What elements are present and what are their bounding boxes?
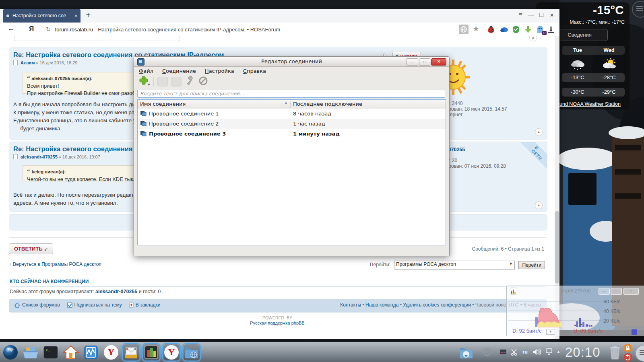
browser-tab[interactable]: Настройка сетевого сое ×: [3, 9, 80, 23]
dialog-minimize-icon[interactable]: —: [406, 58, 418, 66]
subscribe-link[interactable]: Подписаться на тему: [67, 302, 122, 309]
system-stats-icon[interactable]: [143, 344, 159, 360]
extension-ladybug-icon[interactable]: [486, 25, 496, 34]
yandex-logo-icon[interactable]: Я: [29, 25, 34, 33]
jump-row: Перейти: Программы РОСА десктоп ▼ Перейт…: [370, 261, 545, 269]
menu-help[interactable]: Справка: [243, 68, 266, 74]
browser-minimize-icon[interactable]: —: [526, 11, 535, 19]
connection-search-input[interactable]: [137, 90, 445, 98]
power-icon[interactable]: [623, 353, 632, 362]
svg-text:>_: >_: [46, 348, 50, 352]
netmon-download-label: D: 92 байт/с: [512, 328, 541, 334]
sort-icon: ▾: [285, 101, 287, 105]
who-user-link[interactable]: aleksandr-070255: [95, 289, 137, 294]
menu-settings[interactable]: Настройка: [205, 68, 234, 74]
mail-client-icon[interactable]: [123, 344, 139, 360]
who-online-heading: КТО СЕЙЧАС НА КОНФЕРЕНЦИИ: [10, 279, 545, 287]
site-globe-icon[interactable]: [459, 25, 469, 34]
table-row[interactable]: Проводное соединение 18 часов назад: [138, 109, 446, 119]
dialog-titlebar[interactable]: Редактор соединений — □ ×: [134, 57, 449, 67]
settings-gears-icon[interactable]: ⚙: [479, 344, 495, 360]
toolbar-separator: [153, 77, 154, 86]
who-online-text: Сейчас этот форум просматривают: aleksan…: [10, 289, 161, 294]
team-link[interactable]: Наша команда: [365, 302, 398, 308]
jump-go-button[interactable]: Перейти: [518, 261, 545, 269]
back-to-forum-link[interactable]: ‹Вернуться в Программы РОСА десктоп: [10, 261, 101, 267]
yandex-browser-icon-2[interactable]: Y: [163, 344, 180, 360]
netmon-dropdown[interactable]: ▼: [546, 329, 555, 335]
dialog-close-icon[interactable]: ×: [431, 58, 446, 66]
post2-top-icon[interactable]: ▲: [535, 202, 543, 209]
browser-maximize-icon[interactable]: □: [537, 11, 546, 19]
edit-connection-button-disabled[interactable]: [157, 77, 168, 86]
download-icon[interactable]: [547, 25, 556, 35]
bookmark-star-icon[interactable]: ★: [473, 24, 482, 34]
forum-list-link[interactable]: Список форумов: [14, 302, 60, 309]
netmon-close-icon[interactable]: ×: [623, 288, 639, 295]
scrollbar-thumb[interactable]: [555, 211, 559, 284]
rosa-menu-button[interactable]: [2, 344, 19, 360]
lock-icon[interactable]: [623, 344, 632, 352]
taskbar-clock[interactable]: 20:10: [565, 345, 601, 360]
column-last-used[interactable]: Последнее подключение: [293, 101, 362, 107]
post1-meta: Алзим » 16 дек 2016, 18:29: [13, 60, 77, 65]
quick-reply-remnant: [14, 36, 180, 41]
weather-station-link[interactable]: und NOAA Weather Station: [559, 101, 621, 107]
extension-shield-icon[interactable]: [511, 25, 521, 34]
browser-menu-icon[interactable]: ≡: [516, 11, 525, 19]
dialog-maximize-icon[interactable]: □: [419, 58, 430, 66]
clipboard-scissors-icon[interactable]: [510, 348, 518, 357]
menu-connection[interactable]: Соединение: [162, 68, 196, 74]
table-header[interactable]: Имя соединения ▾ Последнее подключение: [138, 100, 446, 109]
ban-icon[interactable]: [198, 76, 208, 87]
file-manager-icon[interactable]: [23, 344, 39, 360]
phpbb-support-link[interactable]: Русская поддержка phpBB: [0, 321, 555, 325]
reply-button[interactable]: ОТВЕТИТЬ ↙: [9, 243, 53, 254]
add-connection-button[interactable]: [138, 76, 150, 88]
browser-toolbar: ← Я ↻ forum.rosalab.ru Настройка сетевог…: [0, 23, 559, 37]
system-monitor-icon[interactable]: [83, 344, 99, 360]
weather-details-button[interactable]: Сведения: [551, 29, 608, 41]
network-tray-icon[interactable]: [545, 348, 553, 357]
column-divider[interactable]: [290, 101, 291, 108]
menu-file[interactable]: Файл: [139, 68, 153, 74]
terminal-icon[interactable]: >_: [43, 344, 59, 360]
contacts-link[interactable]: Контакты: [340, 302, 361, 308]
post1-body-line: — будет динамика.: [13, 125, 62, 132]
refresh-icon[interactable]: ↻: [46, 26, 51, 33]
snow-cloud-icon: [562, 57, 593, 71]
extension-ghostery-icon[interactable]: 0: [535, 25, 545, 34]
post1-top-icon[interactable]: ▲: [535, 128, 543, 136]
keyboard-layout-icon[interactable]: [500, 350, 506, 356]
netmon-minimize-icon[interactable]: —: [599, 288, 610, 295]
volume-icon[interactable]: [532, 348, 542, 357]
language-indicator[interactable]: ru: [522, 349, 528, 355]
tab-close-icon[interactable]: ×: [74, 13, 77, 19]
extension-savefrom-icon[interactable]: [523, 25, 533, 34]
trash-icon[interactable]: [607, 344, 623, 360]
delete-cookies-link[interactable]: Удалить cookies конференции: [403, 302, 471, 308]
partly-sunny-icon: [593, 57, 625, 71]
tray-expand-icon[interactable]: ▲: [557, 350, 560, 354]
address-bar[interactable]: ↻ forum.rosalab.ru Настройка сетевого со…: [42, 24, 452, 35]
browser-close-icon[interactable]: ×: [547, 11, 556, 19]
table-row[interactable]: Проводное соединение 31 минуту назад: [138, 129, 446, 139]
wrench-icon[interactable]: [185, 76, 195, 88]
delete-connection-button-disabled[interactable]: [171, 77, 182, 86]
extension-cloud-icon[interactable]: [499, 25, 509, 34]
downloads-folder-icon[interactable]: [458, 344, 474, 360]
home-icon[interactable]: [63, 344, 79, 360]
post1-author-link[interactable]: Алзим: [21, 60, 35, 65]
column-name[interactable]: Имя соединения: [140, 101, 186, 107]
bookmark-link[interactable]: В закладки: [129, 302, 161, 309]
post-top-icon[interactable]: ▲: [529, 36, 537, 41]
netmon-maximize-icon[interactable]: □: [611, 288, 622, 295]
post2-author-link[interactable]: aleksandr-070255: [21, 154, 58, 159]
panel-menu-button[interactable]: [635, 345, 644, 362]
jump-select[interactable]: Программы РОСА десктоп ▼: [394, 261, 515, 269]
table-row[interactable]: Проводное соединение 21 час назад: [138, 119, 446, 129]
network-folder-icon[interactable]: [184, 344, 200, 360]
new-tab-button[interactable]: +: [84, 10, 93, 20]
yandex-browser-icon[interactable]: Y: [103, 344, 119, 360]
back-icon[interactable]: ←: [7, 24, 15, 33]
